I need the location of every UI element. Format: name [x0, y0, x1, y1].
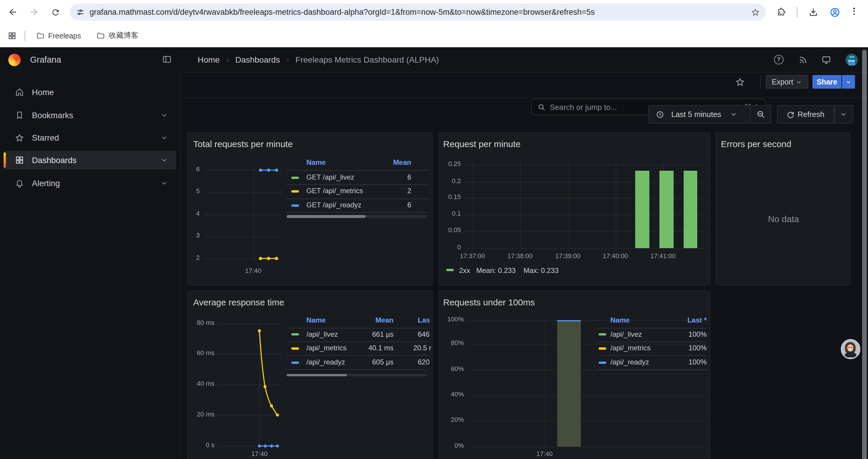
y-tick: 20% — [439, 416, 464, 423]
y-tick: 0.15 — [439, 193, 461, 200]
search-icon — [537, 103, 545, 111]
extensions-icon[interactable] — [776, 7, 786, 17]
panel-title[interactable]: Request per minute — [443, 139, 521, 149]
bookmark-label: Freeleaps — [48, 32, 81, 40]
panel-requests-under-100ms: Requests under 100ms 100% 80% 60% 40% 20… — [438, 291, 710, 459]
share-dropdown-button[interactable] — [842, 75, 855, 89]
sidebar-item-label: Dashboards — [32, 155, 161, 165]
menu-kebab-icon[interactable] — [853, 8, 855, 15]
bookmark-folder-blogs[interactable]: 收藏博客 — [92, 28, 143, 43]
bar — [684, 170, 697, 248]
user-avatar[interactable] — [845, 54, 858, 66]
legend-row[interactable]: /api/_livez — [306, 330, 338, 338]
breadcrumb-current: Freeleaps Metrics Dashboard (ALPHA) — [296, 55, 439, 64]
panel-title[interactable]: Errors per second — [721, 139, 791, 149]
y-tick: 0% — [439, 442, 464, 449]
sidebar-item-bookmarks[interactable]: Bookmarks — [4, 105, 176, 124]
reload-icon[interactable] — [48, 4, 63, 20]
chevron-right-icon: › — [226, 55, 229, 64]
assistant-avatar[interactable] — [840, 339, 860, 359]
grafana-header: Grafana Home › Dashboards › Freeleaps Me… — [0, 47, 868, 73]
refresh-interval-dropdown[interactable] — [834, 105, 853, 124]
browser-toolbar: grafana.mathmast.com/d/deytv4rwavabkb/fr… — [0, 0, 868, 24]
legend-row[interactable]: /api/_metrics — [610, 344, 651, 352]
legend-mean-header[interactable]: Mean — [365, 158, 411, 167]
sidebar-collapse-icon[interactable] — [162, 54, 172, 64]
legend-row[interactable]: /api/_metrics — [306, 344, 346, 352]
y-tick: 80% — [439, 339, 464, 346]
chevron-down-icon[interactable] — [161, 156, 168, 163]
legend-series[interactable]: 2xx — [459, 266, 470, 275]
time-range-label: Last 5 minutes — [671, 110, 721, 119]
bar — [557, 320, 581, 447]
series-color-pill — [291, 347, 299, 350]
bookmark-folder-freeleaps[interactable]: Freeleaps — [31, 28, 86, 43]
grafana-logo-icon[interactable] — [8, 54, 20, 66]
x-tick: 17:38:00 — [501, 252, 539, 259]
legend-name-header[interactable]: Name — [306, 158, 326, 167]
url-bar[interactable]: grafana.mathmast.com/d/deytv4rwavabkb/fr… — [69, 4, 766, 21]
sidebar-item-alerting[interactable]: Alerting — [4, 174, 176, 193]
breadcrumb-home[interactable]: Home — [198, 55, 220, 64]
zoom-out-button[interactable] — [750, 105, 771, 124]
legend-last-header[interactable]: Last * — [665, 316, 707, 324]
legend-row[interactable]: /api/_readyz — [306, 358, 345, 366]
legend-row[interactable]: /api/_readyz — [610, 358, 649, 366]
download-icon[interactable] — [808, 7, 818, 17]
bookmark-star-icon[interactable] — [751, 8, 760, 17]
back-icon[interactable] — [5, 4, 20, 20]
y-tick: 60% — [439, 365, 464, 372]
legend-mean: Mean: 0.233 — [476, 266, 516, 275]
forward-icon[interactable] — [26, 4, 41, 20]
refresh-button[interactable]: Refresh — [777, 105, 834, 124]
share-button[interactable]: Share — [812, 75, 841, 89]
time-range-picker[interactable]: Last 5 minutes — [648, 105, 750, 124]
bookmark-label: 收藏博客 — [109, 31, 138, 41]
sidebar-item-starred[interactable]: Starred — [4, 128, 176, 147]
dashboards-grid-icon — [15, 155, 24, 165]
favorite-star-icon[interactable] — [735, 77, 745, 87]
sidebar: Home Bookmarks Starred Dashboa — [0, 72, 181, 459]
legend-max: Max: 0.233 — [524, 266, 559, 275]
bell-icon — [15, 178, 24, 188]
sidebar-item-dashboards[interactable]: Dashboards — [4, 150, 176, 169]
page-scrollbar[interactable] — [862, 50, 867, 459]
legend-row[interactable]: GET /api/_livez — [306, 173, 354, 182]
export-button[interactable]: Export — [766, 75, 808, 89]
panel-title[interactable]: Requests under 100ms — [443, 297, 535, 307]
breadcrumb: Home › Dashboards › Freeleaps Metrics Da… — [198, 47, 439, 72]
chevron-down-icon[interactable] — [161, 134, 168, 141]
line-chart — [188, 133, 433, 285]
profile-icon[interactable] — [830, 7, 840, 18]
chevron-down-icon[interactable] — [161, 111, 168, 119]
legend-mean-header[interactable]: Mean — [358, 316, 394, 324]
legend-name-header[interactable]: Name — [306, 316, 326, 324]
series-color-pill — [291, 333, 299, 335]
legend-scrollbar[interactable] — [286, 374, 426, 376]
breadcrumb-dashboards[interactable]: Dashboards — [235, 55, 280, 64]
refresh-label: Refresh — [797, 110, 824, 119]
legend-row[interactable]: GET /api/_readyz — [306, 201, 361, 209]
x-tick: 17:37:00 — [454, 252, 491, 259]
series-color-pill — [291, 190, 299, 192]
legend-row[interactable]: /api/_livez — [610, 330, 642, 338]
legend-name-header[interactable]: Name — [610, 316, 629, 324]
chevron-down-icon[interactable] — [161, 179, 168, 187]
legend-scrollbar[interactable] — [286, 215, 426, 218]
sidebar-item-home[interactable]: Home — [4, 83, 176, 101]
home-icon — [15, 87, 24, 97]
legend-last-header[interactable]: Las — [418, 316, 430, 324]
news-rss-icon[interactable] — [798, 55, 808, 64]
apps-grid-icon[interactable] — [8, 31, 17, 40]
legend-row[interactable]: GET /api/_metrics — [306, 187, 363, 195]
monitor-icon[interactable] — [821, 55, 831, 65]
y-tick: 0.1 — [439, 210, 461, 217]
series-color-pill — [598, 333, 606, 335]
y-tick: 0 — [439, 243, 461, 250]
sidebar-item-label: Home — [32, 87, 176, 97]
sidebar-item-label: Starred — [32, 133, 161, 142]
help-icon[interactable]: ? — [774, 55, 783, 64]
url-text[interactable]: grafana.mathmast.com/d/deytv4rwavabkb/fr… — [90, 8, 746, 17]
folder-icon — [36, 31, 44, 40]
site-settings-icon[interactable] — [76, 8, 84, 16]
